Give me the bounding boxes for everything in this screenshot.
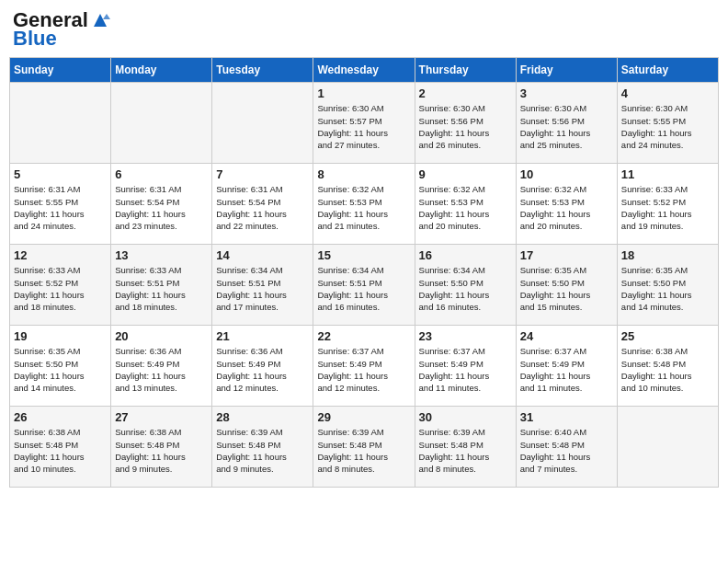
calendar-cell: 4Sunrise: 6:30 AM Sunset: 5:55 PM Daylig… bbox=[617, 83, 718, 164]
day-number: 1 bbox=[317, 86, 410, 100]
calendar-cell: 2Sunrise: 6:30 AM Sunset: 5:56 PM Daylig… bbox=[415, 83, 516, 164]
day-info: Sunrise: 6:38 AM Sunset: 5:48 PM Dayligh… bbox=[621, 345, 714, 394]
day-info: Sunrise: 6:32 AM Sunset: 5:53 PM Dayligh… bbox=[317, 183, 410, 232]
day-number: 5 bbox=[14, 167, 107, 181]
header-thursday: Thursday bbox=[415, 58, 516, 83]
day-number: 4 bbox=[621, 86, 714, 100]
calendar-cell bbox=[111, 83, 212, 164]
day-info: Sunrise: 6:33 AM Sunset: 5:51 PM Dayligh… bbox=[115, 264, 208, 313]
header-wednesday: Wednesday bbox=[313, 58, 415, 83]
day-number: 26 bbox=[14, 410, 107, 424]
calendar-cell: 3Sunrise: 6:30 AM Sunset: 5:56 PM Daylig… bbox=[516, 83, 617, 164]
day-info: Sunrise: 6:37 AM Sunset: 5:49 PM Dayligh… bbox=[419, 345, 512, 394]
day-info: Sunrise: 6:30 AM Sunset: 5:57 PM Dayligh… bbox=[317, 102, 410, 151]
calendar-cell bbox=[617, 407, 718, 488]
day-number: 9 bbox=[419, 167, 512, 181]
calendar-cell: 15Sunrise: 6:34 AM Sunset: 5:51 PM Dayli… bbox=[313, 245, 415, 326]
calendar-cell: 31Sunrise: 6:40 AM Sunset: 5:48 PM Dayli… bbox=[516, 407, 617, 488]
day-number: 25 bbox=[621, 329, 714, 343]
calendar-cell: 13Sunrise: 6:33 AM Sunset: 5:51 PM Dayli… bbox=[111, 245, 212, 326]
calendar-cell: 17Sunrise: 6:35 AM Sunset: 5:50 PM Dayli… bbox=[516, 245, 617, 326]
day-number: 24 bbox=[520, 329, 613, 343]
day-info: Sunrise: 6:39 AM Sunset: 5:48 PM Dayligh… bbox=[317, 426, 410, 475]
calendar-cell: 27Sunrise: 6:38 AM Sunset: 5:48 PM Dayli… bbox=[111, 407, 212, 488]
day-number: 11 bbox=[621, 167, 714, 181]
calendar-cell: 24Sunrise: 6:37 AM Sunset: 5:49 PM Dayli… bbox=[516, 326, 617, 407]
day-info: Sunrise: 6:39 AM Sunset: 5:48 PM Dayligh… bbox=[419, 426, 512, 475]
calendar-table: SundayMondayTuesdayWednesdayThursdayFrid… bbox=[9, 57, 719, 488]
day-number: 31 bbox=[520, 410, 613, 424]
calendar-cell: 22Sunrise: 6:37 AM Sunset: 5:49 PM Dayli… bbox=[313, 326, 415, 407]
calendar-cell: 11Sunrise: 6:33 AM Sunset: 5:52 PM Dayli… bbox=[617, 164, 718, 245]
calendar-cell: 10Sunrise: 6:32 AM Sunset: 5:53 PM Dayli… bbox=[516, 164, 617, 245]
calendar-cell: 6Sunrise: 6:31 AM Sunset: 5:54 PM Daylig… bbox=[111, 164, 212, 245]
calendar-cell: 9Sunrise: 6:32 AM Sunset: 5:53 PM Daylig… bbox=[415, 164, 516, 245]
week-row-0: 1Sunrise: 6:30 AM Sunset: 5:57 PM Daylig… bbox=[10, 83, 719, 164]
calendar-cell: 21Sunrise: 6:36 AM Sunset: 5:49 PM Dayli… bbox=[212, 326, 313, 407]
calendar-cell: 29Sunrise: 6:39 AM Sunset: 5:48 PM Dayli… bbox=[313, 407, 415, 488]
svg-marker-0 bbox=[94, 14, 107, 27]
day-number: 22 bbox=[317, 329, 410, 343]
day-info: Sunrise: 6:37 AM Sunset: 5:49 PM Dayligh… bbox=[520, 345, 613, 394]
calendar-cell: 28Sunrise: 6:39 AM Sunset: 5:48 PM Dayli… bbox=[212, 407, 313, 488]
day-info: Sunrise: 6:40 AM Sunset: 5:48 PM Dayligh… bbox=[520, 426, 613, 475]
calendar-cell: 12Sunrise: 6:33 AM Sunset: 5:52 PM Dayli… bbox=[10, 245, 111, 326]
logo-blue: Blue bbox=[13, 28, 57, 50]
day-number: 18 bbox=[621, 248, 714, 262]
header-friday: Friday bbox=[516, 58, 617, 83]
day-info: Sunrise: 6:31 AM Sunset: 5:55 PM Dayligh… bbox=[14, 183, 107, 232]
day-info: Sunrise: 6:30 AM Sunset: 5:56 PM Dayligh… bbox=[419, 102, 512, 151]
day-number: 21 bbox=[216, 329, 309, 343]
day-number: 7 bbox=[216, 167, 309, 181]
day-info: Sunrise: 6:36 AM Sunset: 5:49 PM Dayligh… bbox=[115, 345, 208, 394]
day-number: 29 bbox=[317, 410, 410, 424]
header-saturday: Saturday bbox=[617, 58, 718, 83]
week-row-2: 12Sunrise: 6:33 AM Sunset: 5:52 PM Dayli… bbox=[10, 245, 719, 326]
week-row-1: 5Sunrise: 6:31 AM Sunset: 5:55 PM Daylig… bbox=[10, 164, 719, 245]
calendar-cell: 30Sunrise: 6:39 AM Sunset: 5:48 PM Dayli… bbox=[415, 407, 516, 488]
day-info: Sunrise: 6:38 AM Sunset: 5:48 PM Dayligh… bbox=[14, 426, 107, 475]
day-number: 16 bbox=[419, 248, 512, 262]
day-info: Sunrise: 6:32 AM Sunset: 5:53 PM Dayligh… bbox=[419, 183, 512, 232]
calendar-cell: 8Sunrise: 6:32 AM Sunset: 5:53 PM Daylig… bbox=[313, 164, 415, 245]
day-info: Sunrise: 6:35 AM Sunset: 5:50 PM Dayligh… bbox=[520, 264, 613, 313]
week-row-4: 26Sunrise: 6:38 AM Sunset: 5:48 PM Dayli… bbox=[10, 407, 719, 488]
svg-marker-1 bbox=[103, 14, 110, 19]
day-info: Sunrise: 6:35 AM Sunset: 5:50 PM Dayligh… bbox=[14, 345, 107, 394]
calendar-cell: 16Sunrise: 6:34 AM Sunset: 5:50 PM Dayli… bbox=[415, 245, 516, 326]
day-number: 20 bbox=[115, 329, 208, 343]
calendar-cell bbox=[212, 83, 313, 164]
day-number: 30 bbox=[419, 410, 512, 424]
logo-triangle-icon bbox=[90, 10, 110, 30]
calendar-cell: 20Sunrise: 6:36 AM Sunset: 5:49 PM Dayli… bbox=[111, 326, 212, 407]
day-info: Sunrise: 6:30 AM Sunset: 5:55 PM Dayligh… bbox=[621, 102, 714, 151]
day-number: 6 bbox=[115, 167, 208, 181]
day-info: Sunrise: 6:33 AM Sunset: 5:52 PM Dayligh… bbox=[621, 183, 714, 232]
day-info: Sunrise: 6:34 AM Sunset: 5:50 PM Dayligh… bbox=[419, 264, 512, 313]
day-number: 8 bbox=[317, 167, 410, 181]
header-tuesday: Tuesday bbox=[212, 58, 313, 83]
day-info: Sunrise: 6:39 AM Sunset: 5:48 PM Dayligh… bbox=[216, 426, 309, 475]
day-number: 12 bbox=[14, 248, 107, 262]
day-number: 14 bbox=[216, 248, 309, 262]
day-number: 10 bbox=[520, 167, 613, 181]
header-sunday: Sunday bbox=[10, 58, 111, 83]
day-info: Sunrise: 6:37 AM Sunset: 5:49 PM Dayligh… bbox=[317, 345, 410, 394]
calendar-cell: 25Sunrise: 6:38 AM Sunset: 5:48 PM Dayli… bbox=[617, 326, 718, 407]
day-info: Sunrise: 6:31 AM Sunset: 5:54 PM Dayligh… bbox=[115, 183, 208, 232]
day-info: Sunrise: 6:36 AM Sunset: 5:49 PM Dayligh… bbox=[216, 345, 309, 394]
header-row: SundayMondayTuesdayWednesdayThursdayFrid… bbox=[10, 58, 719, 83]
day-info: Sunrise: 6:33 AM Sunset: 5:52 PM Dayligh… bbox=[14, 264, 107, 313]
calendar-cell bbox=[10, 83, 111, 164]
day-info: Sunrise: 6:30 AM Sunset: 5:56 PM Dayligh… bbox=[520, 102, 613, 151]
page-header: General Blue bbox=[9, 9, 719, 50]
day-number: 2 bbox=[419, 86, 512, 100]
logo: General Blue bbox=[13, 9, 110, 50]
calendar-cell: 19Sunrise: 6:35 AM Sunset: 5:50 PM Dayli… bbox=[10, 326, 111, 407]
calendar-cell: 23Sunrise: 6:37 AM Sunset: 5:49 PM Dayli… bbox=[415, 326, 516, 407]
day-info: Sunrise: 6:38 AM Sunset: 5:48 PM Dayligh… bbox=[115, 426, 208, 475]
day-number: 23 bbox=[419, 329, 512, 343]
day-number: 19 bbox=[14, 329, 107, 343]
header-monday: Monday bbox=[111, 58, 212, 83]
calendar-cell: 14Sunrise: 6:34 AM Sunset: 5:51 PM Dayli… bbox=[212, 245, 313, 326]
